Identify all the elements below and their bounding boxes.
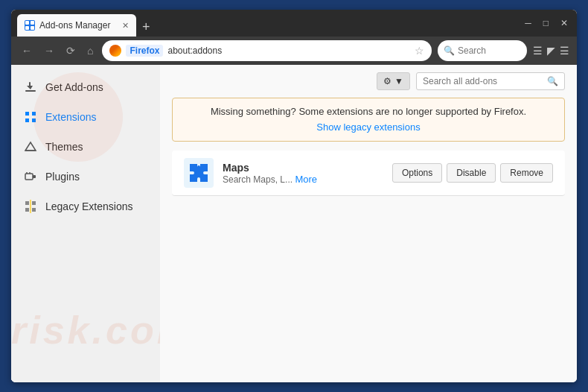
sidebar-item-themes[interactable]: Themes: [11, 132, 160, 162]
ext-description: Search Maps, L... More: [223, 174, 383, 185]
main-toolbar: ⚙ ▼ 🔍: [160, 65, 577, 98]
more-link[interactable]: More: [295, 174, 317, 185]
window-controls: ─ □ ✕: [522, 16, 571, 30]
sidebar-label-extensions: Extensions: [45, 111, 96, 123]
svg-rect-1: [31, 21, 34, 25]
content-area: Get Add-ons Extensions: [11, 65, 577, 382]
bookmarks-icon[interactable]: ☰: [533, 45, 543, 57]
extensions-icon: [23, 110, 38, 124]
legacy-icon: [23, 199, 38, 214]
remove-button[interactable]: Remove: [500, 163, 553, 183]
watermark-text: risk.com: [11, 308, 160, 353]
gear-button[interactable]: ⚙ ▼: [377, 72, 410, 90]
addon-search-box[interactable]: 🔍: [416, 72, 565, 90]
notice-text: Missing something? Some extensions are n…: [185, 106, 552, 117]
tab-title: Add-ons Manager: [39, 20, 110, 31]
addon-search-icon: 🔍: [547, 76, 558, 86]
sidebar-label-plugins: Plugins: [45, 171, 80, 183]
url-text: about:addons: [167, 45, 410, 56]
forward-button[interactable]: →: [41, 43, 57, 58]
active-tab[interactable]: Add-ons Manager ✕: [17, 14, 136, 37]
sidebar-item-get-addons[interactable]: Get Add-ons: [11, 72, 160, 102]
new-tab-button[interactable]: +: [136, 19, 156, 35]
home-button[interactable]: ⌂: [84, 43, 96, 58]
firefox-logo: [109, 45, 121, 57]
nav-icons: ☰ ◤ ☰: [533, 45, 569, 57]
extension-item-maps: Maps Search Maps, L... More Options Disa…: [172, 151, 565, 196]
svg-rect-2: [25, 26, 29, 30]
addon-search-input[interactable]: [423, 76, 543, 86]
svg-rect-7: [33, 175, 36, 178]
search-icon: 🔍: [444, 45, 455, 56]
maps-ext-icon: [184, 158, 214, 188]
reload-button[interactable]: ⟳: [63, 43, 78, 58]
maximize-button[interactable]: □: [540, 16, 552, 30]
ext-actions: Options Disable Remove: [392, 163, 553, 183]
plugins-icon: [23, 169, 38, 184]
tab-favicon: [25, 20, 35, 31]
sidebar-label-themes: Themes: [45, 141, 83, 153]
browser-search-box[interactable]: 🔍: [438, 40, 527, 61]
gear-icon: ⚙: [383, 76, 392, 86]
sidebar-item-legacy[interactable]: Legacy Extensions: [11, 192, 160, 221]
gear-dropdown-icon: ▼: [394, 76, 403, 86]
browser-window: Add-ons Manager ✕ + ─ □ ✕ ← → ⟳ ⌂ Firefo…: [11, 10, 577, 382]
ext-name: Maps: [223, 162, 383, 174]
bookmark-star[interactable]: ☆: [415, 45, 424, 57]
address-bar[interactable]: Firefox about:addons ☆: [102, 40, 432, 61]
sidebar-label-get-addons: Get Add-ons: [45, 81, 103, 93]
svg-rect-3: [31, 26, 34, 30]
brand-label: Firefox: [126, 45, 163, 57]
sidebar-label-legacy: Legacy Extensions: [45, 200, 133, 212]
disable-button[interactable]: Disable: [447, 163, 496, 183]
sidebar-item-extensions[interactable]: Extensions: [11, 102, 160, 132]
options-button[interactable]: Options: [392, 163, 442, 183]
svg-rect-0: [25, 21, 29, 25]
menu-icon[interactable]: ☰: [560, 45, 569, 57]
nav-bar: ← → ⟳ ⌂ Firefox about:addons ☆ 🔍 ☰ ◤ ☰: [11, 37, 577, 65]
svg-rect-4: [25, 90, 36, 92]
title-bar: Add-ons Manager ✕ + ─ □ ✕: [11, 10, 577, 37]
maps-info: Maps Search Maps, L... More: [223, 162, 383, 185]
tab-close-button[interactable]: ✕: [122, 21, 129, 31]
show-legacy-link[interactable]: Show legacy extensions: [316, 121, 420, 133]
get-addons-icon: [23, 80, 38, 95]
svg-rect-6: [25, 174, 33, 180]
sync-icon[interactable]: ◤: [547, 45, 555, 57]
notice-banner: Missing something? Some extensions are n…: [172, 98, 565, 142]
sidebar: Get Add-ons Extensions: [11, 65, 160, 382]
back-button[interactable]: ←: [19, 43, 35, 58]
themes-icon: [23, 139, 38, 154]
browser-search-input[interactable]: [458, 45, 517, 56]
tab-area: Add-ons Manager ✕ +: [17, 10, 522, 37]
main-content: ⚙ ▼ 🔍 Missing something? Some extensions…: [160, 65, 577, 382]
sidebar-item-plugins[interactable]: Plugins: [11, 162, 160, 192]
close-button[interactable]: ✕: [557, 16, 571, 30]
minimize-button[interactable]: ─: [522, 16, 534, 30]
